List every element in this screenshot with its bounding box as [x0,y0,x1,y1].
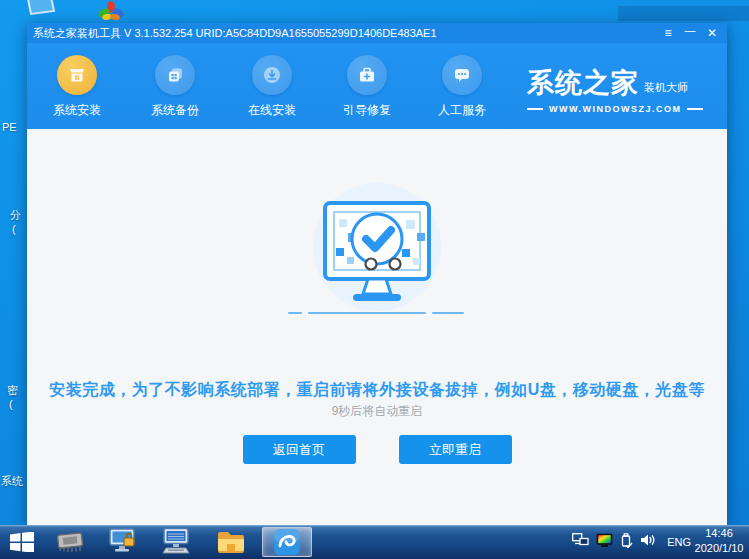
tab-label: 系统备份 [135,102,215,119]
main-content: 安装完成，为了不影响系统部署，重启前请将外接设备拔掉，例如U盘，移动硬盘，光盘等… [27,129,727,525]
tab-label: 引导修复 [327,102,407,119]
taskbar: ENG 14:46 2020/1/10 [0,525,749,559]
language-indicator[interactable]: ENG [667,536,691,548]
backup-windows-icon [155,55,195,95]
minimize-icon[interactable]: — [679,23,701,43]
tab-system-backup[interactable]: 系统备份 [135,55,215,119]
tab-human-service[interactable]: 人工服务 [422,55,502,119]
monitor-keyboard-icon [160,528,192,556]
tab-system-install[interactable]: 系统安装 [37,55,117,119]
brand-site-url: WWW.WINDOWSZJ.COM [549,104,681,114]
title-bar[interactable]: 系统之家装机工具 V 3.1.532.254 URID:A5C84DD9A165… [27,23,727,43]
windows-logo-icon [10,532,34,552]
system-tray: ENG [572,525,691,559]
background-window-edge [618,6,749,21]
display-settings-icon[interactable] [596,533,613,552]
network-icon[interactable] [572,533,589,551]
desktop-label-fragment: ( [12,223,16,235]
desktop-label-fragment: 密 [7,383,18,398]
tab-boot-repair[interactable]: 引导修复 [327,55,407,119]
taskbar-clock[interactable]: 14:46 2020/1/10 [691,526,747,558]
taskbar-item-file-explorer[interactable] [211,527,251,557]
return-home-button[interactable]: 返回首页 [243,435,356,464]
restart-now-button[interactable]: 立即重启 [399,435,512,464]
close-icon[interactable]: ✕ [701,23,723,43]
download-icon [252,55,292,95]
toolbox-plus-icon [347,55,387,95]
usb-device-icon[interactable] [620,533,633,552]
memory-chip-icon [55,530,85,554]
tab-online-install[interactable]: 在线安装 [232,55,312,119]
start-button[interactable] [4,527,40,557]
taskbar-item-installer-app-active[interactable] [262,527,312,557]
taskbar-item-screen-lock[interactable] [103,527,143,557]
installer-app-icon [273,528,301,556]
desktop-label-fragment: PE [2,121,17,133]
tab-label: 人工服务 [422,102,502,119]
desktop-icon-flower[interactable] [96,1,126,25]
desktop-label-fragment: ( [9,398,13,410]
chat-bubble-icon [442,55,482,95]
desktop-label-fragment: 系统 [1,474,23,489]
brand-name: 系统之家 [527,70,639,97]
brand-logo: 系统之家 装机大师 WWW.WINDOWSZJ.COM [527,70,719,114]
tab-label: 系统安装 [37,102,117,119]
desktop: PE 分 ( 密 ( 系统 系统之家装机工具 V 3.1.532.254 URI… [0,0,749,559]
restart-countdown: 9秒后将自动重启 [27,403,727,420]
brand-tagline: 装机大师 [644,80,688,95]
menu-icon[interactable]: ≡ [657,23,679,43]
taskbar-item-chip[interactable] [52,527,88,557]
monitor-lock-icon [107,528,139,556]
completion-message: 安装完成，为了不影响系统部署，重启前请将外接设备拔掉，例如U盘，移动硬盘，光盘等 [27,380,727,401]
desktop-label-fragment: 分 [10,208,21,223]
app-window: 系统之家装机工具 V 3.1.532.254 URID:A5C84DD9A165… [27,23,727,525]
volume-icon[interactable] [640,533,657,551]
install-complete-illustration [267,175,487,329]
tab-label: 在线安装 [232,102,312,119]
window-title: 系统之家装机工具 V 3.1.532.254 URID:A5C84DD9A165… [33,26,437,41]
clock-date: 2020/1/10 [691,541,747,556]
clock-time: 14:46 [691,526,747,541]
nav-bar: 系统安装 系统备份 [27,43,727,129]
install-box-icon [57,55,97,95]
taskbar-item-remote-pc[interactable] [156,527,196,557]
folder-icon [216,529,246,555]
desktop-icon-monitor[interactable] [25,0,57,23]
brand-rule-right [687,108,703,110]
brand-rule-left [527,108,543,110]
